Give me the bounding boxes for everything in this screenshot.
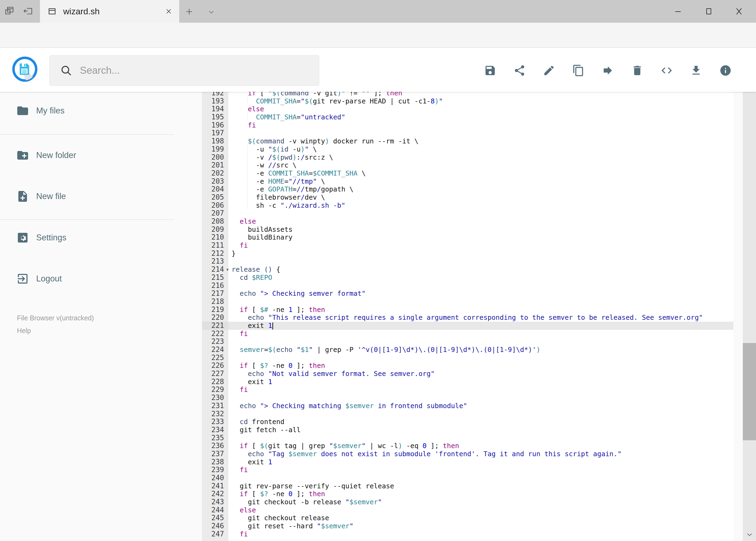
code-line[interactable]: 244 else — [202, 506, 733, 514]
line-number[interactable]: 240 — [202, 474, 228, 482]
code-line[interactable]: 205 filebrowser/dev \ — [202, 194, 733, 202]
code-line[interactable]: 223 — [202, 337, 733, 346]
code-text[interactable]: } — [228, 250, 733, 258]
line-number[interactable]: 242 — [202, 490, 228, 498]
code-view-button[interactable] — [660, 64, 673, 77]
code-line[interactable]: 199 -u "$(id -u)" \ — [202, 145, 733, 154]
line-number[interactable]: 227 — [202, 370, 228, 378]
code-text[interactable]: COMMIT_SHA="$(git rev-parse HEAD | cut -… — [228, 97, 733, 105]
sidebar-item-new-folder[interactable]: New folder — [16, 148, 76, 163]
code-line[interactable]: 221 exit 1 — [202, 322, 733, 330]
line-number[interactable]: 201 — [202, 161, 228, 169]
line-number[interactable]: 198 — [202, 137, 228, 145]
window-close-button[interactable] — [732, 7, 745, 16]
line-number[interactable]: 206 — [202, 202, 228, 210]
sidebar-item-new-file[interactable]: New file — [16, 189, 66, 204]
code-text[interactable]: git reset --hard "$semver" — [228, 522, 733, 530]
line-number[interactable]: 197 — [202, 129, 228, 137]
code-text[interactable]: -u "$(id -u)" \ — [228, 145, 733, 154]
code-text[interactable]: else — [228, 105, 733, 113]
code-line[interactable]: 207 — [202, 209, 733, 218]
browser-tab[interactable]: wizard.sh — [40, 0, 179, 23]
code-text[interactable]: fi — [228, 386, 733, 394]
line-number[interactable]: 212 — [202, 250, 228, 258]
code-line[interactable]: 214▾release () { — [202, 266, 733, 273]
code-line[interactable]: 198 $(command -v winpty) docker run --rm… — [202, 137, 733, 145]
code-text[interactable]: cd $REPO — [228, 273, 733, 282]
code-text[interactable] — [228, 434, 733, 442]
code-line[interactable]: 192 if [ "$(command -v git)" != "" ]; th… — [202, 92, 733, 97]
code-text[interactable]: -e HOME="//tmp" \ — [228, 178, 733, 186]
code-text[interactable]: echo "> Checking matching $semver in fro… — [228, 402, 733, 410]
code-text[interactable]: fi — [228, 530, 733, 538]
code-line[interactable]: 219 if [ $# -ne 1 ]; then — [202, 306, 733, 314]
line-number[interactable]: 219 — [202, 306, 228, 314]
code-line[interactable]: 212} — [202, 250, 733, 258]
line-number[interactable]: 218 — [202, 297, 228, 306]
code-text[interactable] — [228, 394, 733, 402]
code-line[interactable]: 234 git fetch --all — [202, 426, 733, 434]
new-tab-button[interactable] — [185, 7, 194, 16]
code-text[interactable]: else — [228, 506, 733, 514]
search-input[interactable] — [80, 65, 319, 76]
code-line[interactable]: 194 else — [202, 105, 733, 113]
code-line[interactable]: 195 COMMIT_SHA="untracked" — [202, 113, 733, 121]
code-text[interactable] — [228, 410, 733, 418]
line-number[interactable]: 211 — [202, 242, 228, 250]
code-line[interactable]: 224 semver=$(echo "$1" | grep -P '^v(0|[… — [202, 346, 733, 354]
tab-list-chevron-icon[interactable] — [207, 8, 215, 16]
page-scrollbar[interactable] — [743, 48, 756, 541]
line-number[interactable]: 230 — [202, 394, 228, 402]
code-line[interactable]: 211 fi — [202, 242, 733, 250]
code-line[interactable]: 241 git rev-parse --verify --quiet relea… — [202, 482, 733, 490]
code-text[interactable] — [228, 258, 733, 266]
line-number[interactable]: 199 — [202, 145, 228, 154]
sidebar-item-logout[interactable]: Logout — [16, 271, 62, 286]
line-number[interactable]: 243 — [202, 498, 228, 506]
code-line[interactable]: 229 fi — [202, 386, 733, 394]
code-line[interactable]: 236 if [ $(git tag | grep "$semver" | wc… — [202, 442, 733, 450]
tab-close-icon[interactable] — [165, 7, 173, 15]
code-text[interactable] — [228, 282, 733, 290]
line-number[interactable]: 195 — [202, 113, 228, 121]
code-line[interactable]: 240 — [202, 474, 733, 482]
code-line[interactable]: 208 else — [202, 218, 733, 226]
line-number[interactable]: 217 — [202, 289, 228, 297]
line-number[interactable]: 234 — [202, 426, 228, 434]
code-line[interactable]: 196 fi — [202, 121, 733, 129]
code-text[interactable] — [228, 337, 733, 346]
code-text[interactable] — [228, 474, 733, 482]
line-number[interactable]: 236 — [202, 442, 228, 450]
line-number[interactable]: 237 — [202, 450, 228, 458]
code-line[interactable]: 226 if [ $? -ne 0 ]; then — [202, 362, 733, 370]
code-text[interactable]: if [ $# -ne 1 ]; then — [228, 306, 733, 314]
line-number[interactable]: 194 — [202, 105, 228, 113]
share-button[interactable] — [513, 64, 526, 77]
delete-button[interactable] — [631, 64, 643, 77]
code-line[interactable]: 230 — [202, 394, 733, 402]
code-text[interactable]: git fetch --all — [228, 426, 733, 434]
line-number[interactable]: 196 — [202, 121, 228, 129]
line-number[interactable]: 204 — [202, 185, 228, 194]
code-text[interactable]: if [ $? -ne 0 ]; then — [228, 490, 733, 498]
code-text[interactable]: if [ $? -ne 0 ]; then — [228, 362, 733, 370]
info-button[interactable] — [719, 64, 732, 77]
code-line[interactable]: 233 cd frontend — [202, 418, 733, 426]
code-line[interactable]: 202 -e COMMIT_SHA=$COMMIT_SHA \ — [202, 169, 733, 178]
line-number[interactable]: 200 — [202, 154, 228, 162]
code-line[interactable]: 201 -w //src \ — [202, 161, 733, 169]
copy-button[interactable] — [572, 64, 585, 77]
code-text[interactable] — [228, 129, 733, 137]
line-number[interactable]: 228 — [202, 378, 228, 386]
code-text[interactable] — [228, 354, 733, 362]
code-text[interactable]: $(command -v winpty) docker run --rm -it… — [228, 137, 733, 145]
code-line[interactable]: 247 fi — [202, 530, 733, 538]
code-text[interactable]: echo "This release script requires a sin… — [228, 313, 733, 322]
code-line[interactable]: 235 — [202, 434, 733, 442]
code-text[interactable]: release () { — [228, 266, 733, 273]
window-maximize-button[interactable] — [702, 7, 715, 16]
code-text[interactable]: if [ $(git tag | grep "$semver" | wc -l)… — [228, 442, 733, 450]
line-number[interactable]: 233 — [202, 418, 228, 426]
code-text[interactable]: exit 1 — [228, 378, 733, 386]
scrollbar-thumb[interactable] — [743, 343, 756, 440]
